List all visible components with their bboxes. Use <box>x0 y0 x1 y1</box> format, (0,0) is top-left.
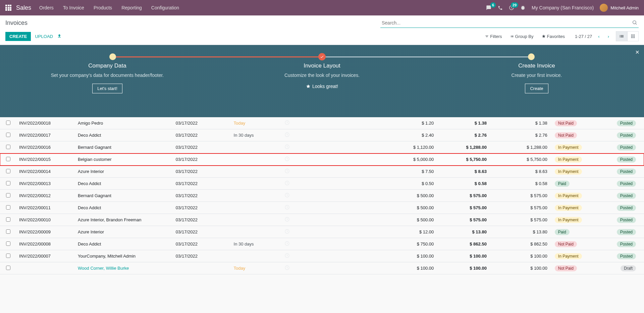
invoice-date: 03/17/2022 <box>173 129 231 141</box>
pager-next-icon[interactable]: › <box>606 33 611 40</box>
table-row[interactable]: INV/2022/00017 Deco Addict 03/17/2022 In… <box>0 129 644 141</box>
activity-cell[interactable] <box>282 178 383 190</box>
table-row[interactable]: INV/2022/00012 Bernard Gagnant 03/17/202… <box>0 190 644 202</box>
search-icon[interactable] <box>631 18 639 28</box>
row-checkbox[interactable] <box>6 193 10 197</box>
company-selector[interactable]: My Company (San Francisco) <box>532 5 594 10</box>
invoice-date: 03/17/2022 <box>173 178 231 190</box>
phone-icon[interactable] <box>498 5 503 10</box>
customer-name: Azure Interior <box>75 166 173 178</box>
activity-cell[interactable] <box>282 117 383 129</box>
activities-icon[interactable]: 29 <box>509 5 514 10</box>
amount-due: $ 100.00 <box>489 250 550 262</box>
activity-cell[interactable] <box>282 202 383 214</box>
activity-cell[interactable] <box>282 153 383 166</box>
payment-status: Not Paid <box>550 238 605 250</box>
row-checkbox[interactable] <box>6 217 10 222</box>
total: $ 13.80 <box>436 226 489 238</box>
row-checkbox-cell <box>0 117 16 129</box>
row-checkbox[interactable] <box>6 157 10 161</box>
row-checkbox[interactable] <box>6 266 10 270</box>
user-menu[interactable]: Mitchell Admin <box>600 4 639 12</box>
row-checkbox[interactable] <box>6 241 10 246</box>
invoice-number: INV/2022/00011 <box>16 202 75 214</box>
row-checkbox[interactable] <box>6 229 10 234</box>
table-row[interactable]: INV/2022/00007 YourCompany, Mitchell Adm… <box>0 250 644 262</box>
table-row[interactable]: Wood Corner, Willie Burke Today $ 100.00… <box>0 262 644 274</box>
nav-to-invoice[interactable]: To Invoice <box>63 5 84 10</box>
search-input[interactable] <box>380 18 631 28</box>
table-row[interactable]: INV/2022/00011 Deco Addict 03/17/2022 $ … <box>0 202 644 214</box>
status: Posted <box>605 141 644 153</box>
payment-status: In Payment <box>550 153 605 166</box>
row-checkbox[interactable] <box>6 205 10 210</box>
activity-cell[interactable] <box>282 226 383 238</box>
row-checkbox[interactable] <box>6 181 10 185</box>
table-row[interactable]: INV/2022/00008 Deco Addict 03/17/2022 In… <box>0 238 644 250</box>
row-checkbox-cell <box>0 214 16 226</box>
onboard-step1: Company Data Set your company's data for… <box>0 52 215 117</box>
apps-icon[interactable] <box>5 5 11 11</box>
status: Draft <box>605 262 644 274</box>
onboard-step2: Invoice Layout Customize the look of you… <box>215 52 429 117</box>
row-checkbox[interactable] <box>6 145 10 149</box>
upload-button[interactable]: UPLOAD <box>31 32 57 41</box>
table-row[interactable]: INV/2022/00010 Azure Interior, Brandon F… <box>0 214 644 226</box>
create-button[interactable]: CREATE <box>5 32 31 41</box>
nav-orders[interactable]: Orders <box>39 5 54 10</box>
row-checkbox-cell <box>0 129 16 141</box>
nav-products[interactable]: Products <box>94 5 112 10</box>
activity-cell[interactable] <box>282 190 383 202</box>
messages-icon[interactable]: 6 <box>486 5 492 10</box>
row-checkbox[interactable] <box>6 133 10 137</box>
table-row[interactable]: INV/2022/00016 Bernard Gagnant 03/17/202… <box>0 141 644 153</box>
debug-icon[interactable] <box>520 5 526 10</box>
create-invoice-button[interactable]: Create <box>525 84 548 93</box>
row-checkbox[interactable] <box>6 254 10 258</box>
activity-cell[interactable] <box>282 238 383 250</box>
status: Posted <box>605 129 644 141</box>
step3-title: Create Invoice <box>443 62 631 69</box>
kanban-view-button[interactable] <box>627 31 639 41</box>
filters-dropdown[interactable]: Filters <box>485 34 502 39</box>
table-row[interactable]: INV/2022/00018 Amigo Pedro 03/17/2022 To… <box>0 117 644 129</box>
row-checkbox-cell <box>0 226 16 238</box>
pager: 1-27 / 27 ‹ › <box>575 33 611 40</box>
tax-excluded: $ 500.00 <box>384 214 437 226</box>
invoice-number: INV/2022/00012 <box>16 190 75 202</box>
lets-start-button[interactable]: Let's start! <box>92 84 122 93</box>
progress-line <box>0 53 644 60</box>
pager-prev-icon[interactable]: ‹ <box>596 33 601 40</box>
invoice-table: INV/2022/00018 Amigo Pedro 03/17/2022 To… <box>0 117 644 274</box>
activity-cell[interactable] <box>282 141 383 153</box>
activity-cell[interactable] <box>282 262 383 274</box>
table-row[interactable]: INV/2022/00013 Deco Addict 03/17/2022 $ … <box>0 178 644 190</box>
activity-cell[interactable] <box>282 129 383 141</box>
total: $ 575.00 <box>436 202 489 214</box>
groupby-dropdown[interactable]: Group By <box>510 34 534 39</box>
pager-text[interactable]: 1-27 / 27 <box>575 34 592 39</box>
step3-desc: Create your first invoice. <box>443 72 631 79</box>
table-row[interactable]: INV/2022/00015 Belgian customer 03/17/20… <box>0 153 644 166</box>
row-checkbox[interactable] <box>6 169 10 173</box>
invoice-table-wrap[interactable]: INV/2022/00018 Amigo Pedro 03/17/2022 To… <box>0 117 644 310</box>
activity-cell[interactable] <box>282 214 383 226</box>
activity-cell[interactable] <box>282 250 383 262</box>
invoice-number: INV/2022/00015 <box>16 153 75 166</box>
payment-status: Paid <box>550 226 605 238</box>
invoice-date: 03/17/2022 <box>173 214 231 226</box>
list-view-button[interactable] <box>616 31 627 41</box>
due-date <box>231 250 282 262</box>
star-icon <box>542 34 546 38</box>
nav-reporting[interactable]: Reporting <box>121 5 142 10</box>
favorites-dropdown[interactable]: Favorites <box>542 34 565 39</box>
nav-configuration[interactable]: Configuration <box>151 5 179 10</box>
table-row[interactable]: INV/2022/00009 Azure Interior 03/17/2022… <box>0 226 644 238</box>
table-row[interactable]: INV/2022/00014 Azure Interior 03/17/2022… <box>0 166 644 178</box>
brand-title[interactable]: Sales <box>16 4 31 11</box>
tax-excluded: $ 5,000.00 <box>384 153 437 166</box>
invoice-date: 03/17/2022 <box>173 226 231 238</box>
upload-icon[interactable] <box>57 34 62 39</box>
activity-cell[interactable] <box>282 166 383 178</box>
row-checkbox[interactable] <box>6 121 10 125</box>
